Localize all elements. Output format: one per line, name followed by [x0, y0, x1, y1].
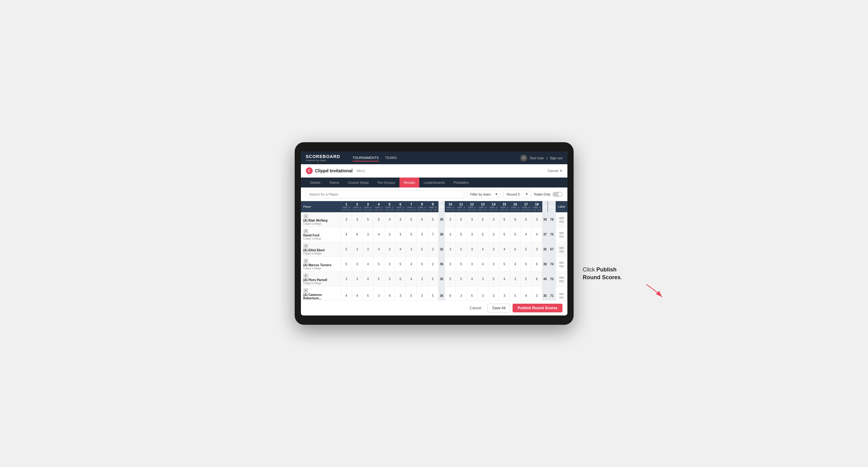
hole-12-score[interactable]: 3 — [466, 227, 477, 242]
hole-10-score[interactable]: 5 — [445, 272, 456, 287]
hole-6-score[interactable]: 3 — [395, 227, 406, 242]
hole-13-score[interactable]: 5 — [477, 227, 488, 242]
hole-13-score[interactable]: 4 — [477, 242, 488, 257]
hole-16-score[interactable]: 3 — [510, 272, 521, 287]
hole-5-score[interactable]: 3 — [384, 272, 395, 287]
nav-link-tournaments[interactable]: TOURNAMENTS — [353, 155, 379, 161]
hole-10-score[interactable]: 3 — [445, 242, 456, 257]
hole-6-score[interactable]: 3 — [395, 212, 406, 227]
hole-17-score[interactable]: 4 — [521, 287, 531, 301]
nav-signout[interactable]: Sign out — [550, 156, 562, 160]
wd-label[interactable]: WD — [559, 276, 564, 279]
tab-results[interactable]: Results — [399, 178, 420, 187]
tournament-cancel-btn[interactable]: Cancel ✕ — [548, 169, 562, 173]
hole-7-score[interactable]: 3 — [406, 242, 417, 257]
hole-3-score[interactable]: 5 — [363, 287, 373, 301]
hole-14-score[interactable]: 3 — [488, 257, 499, 272]
hole-10-score[interactable]: 3 — [445, 212, 456, 227]
hole-6-score[interactable]: 5 — [395, 272, 406, 287]
hole-15-score[interactable]: 5 — [499, 212, 510, 227]
footer-cancel-button[interactable]: Cancel — [466, 304, 485, 312]
hole-5-score[interactable]: 3 — [384, 242, 395, 257]
hole-18-score[interactable]: 4 — [531, 227, 542, 242]
wd-label[interactable]: WD — [559, 231, 564, 235]
tab-course-setup[interactable]: Course Setup — [344, 178, 373, 187]
hole-16-score[interactable]: 4 — [510, 257, 521, 272]
hole-11-score[interactable]: 5 — [456, 212, 467, 227]
round-dropdown[interactable]: Round 3 ▾ — [503, 190, 531, 198]
hole-5-score[interactable]: 3 — [384, 227, 395, 242]
hole-17-score[interactable]: 5 — [521, 242, 531, 257]
hole-14-score[interactable]: 3 — [488, 287, 499, 301]
hole-9-score[interactable]: 5 — [427, 272, 438, 287]
dq-label[interactable]: DQ — [559, 250, 564, 253]
dq-label[interactable]: DQ — [559, 296, 564, 299]
hole-12-score[interactable]: 5 — [466, 287, 477, 301]
hole-9-score[interactable]: 2 — [427, 242, 438, 257]
hole-7-score[interactable]: 5 — [406, 227, 417, 242]
hole-14-score[interactable]: 5 — [488, 272, 499, 287]
hole-8-score[interactable]: 3 — [416, 227, 427, 242]
wd-label[interactable]: WD — [559, 261, 564, 264]
hole-13-score[interactable]: 5 — [477, 212, 488, 227]
hole-3-score[interactable]: 3 — [363, 242, 373, 257]
wd-label[interactable]: WD — [559, 292, 564, 295]
hole-5-score[interactable]: 3 — [384, 257, 395, 272]
hole-18-score[interactable]: 3 — [531, 242, 542, 257]
tab-leaderboards[interactable]: Leaderboards — [419, 178, 449, 187]
hole-9-score[interactable]: 5 — [427, 212, 438, 227]
hole-3-score[interactable]: 3 — [363, 227, 373, 242]
hole-2-score[interactable]: 3 — [352, 212, 363, 227]
hole-9-score[interactable]: 7 — [427, 227, 438, 242]
hole-18-score[interactable]: 3 — [531, 212, 542, 227]
hole-2-score[interactable]: 3 — [352, 272, 363, 287]
hole-4-score[interactable]: 4 — [373, 227, 384, 242]
hole-17-score[interactable]: 5 — [521, 272, 531, 287]
dq-label[interactable]: DQ — [559, 264, 564, 268]
wd-label[interactable]: WD — [559, 217, 564, 220]
hole-16-score[interactable]: 5 — [510, 287, 521, 301]
hole-2-score[interactable]: 3 — [352, 257, 363, 272]
hole-7-score[interactable]: 5 — [406, 287, 417, 301]
dq-label[interactable]: DQ — [559, 280, 564, 283]
hole-1-score[interactable]: 5 — [341, 242, 352, 257]
hole-13-score[interactable]: 3 — [477, 287, 488, 301]
hole-14-score[interactable]: 3 — [488, 212, 499, 227]
search-input[interactable] — [306, 190, 465, 198]
hole-7-score[interactable]: 4 — [406, 272, 417, 287]
hole-4-score[interactable]: 5 — [373, 212, 384, 227]
hole-8-score[interactable]: 5 — [416, 257, 427, 272]
hole-18-score[interactable]: 6 — [531, 257, 542, 272]
hole-15-score[interactable]: 3 — [499, 287, 510, 301]
hole-14-score[interactable]: 3 — [488, 227, 499, 242]
hole-17-score[interactable]: 5 — [521, 212, 531, 227]
hole-5-score[interactable]: 4 — [384, 212, 395, 227]
hole-4-score[interactable]: 4 — [373, 242, 384, 257]
hole-5-score[interactable]: 4 — [384, 287, 395, 301]
hole-4-score[interactable]: 5 — [373, 257, 384, 272]
hole-4-score[interactable]: 5 — [373, 272, 384, 287]
hole-3-score[interactable]: 5 — [363, 212, 373, 227]
hole-1-score[interactable]: 5 — [341, 257, 352, 272]
hole-8-score[interactable]: 3 — [416, 287, 427, 301]
hole-11-score[interactable]: 5 — [456, 257, 467, 272]
hole-10-score[interactable]: 6 — [445, 287, 456, 301]
hole-1-score[interactable]: 4 — [341, 227, 352, 242]
hole-2-score[interactable]: 3 — [352, 242, 363, 257]
hole-17-score[interactable]: 5 — [521, 257, 531, 272]
hole-6-score[interactable]: 3 — [395, 287, 406, 301]
hole-13-score[interactable]: 3 — [477, 272, 488, 287]
wd-label[interactable]: WD — [559, 246, 564, 249]
dq-label[interactable]: DQ — [559, 220, 564, 223]
hole-10-score[interactable]: 3 — [445, 227, 456, 242]
hole-11-score[interactable]: 3 — [456, 287, 467, 301]
hole-11-score[interactable]: 5 — [456, 227, 467, 242]
publish-round-scores-button[interactable]: Publish Round Scores — [513, 304, 562, 312]
hole-9-score[interactable]: 5 — [427, 287, 438, 301]
hole-16-score[interactable]: 5 — [510, 227, 521, 242]
tab-printables[interactable]: Printables — [449, 178, 473, 187]
hole-9-score[interactable]: 2 — [427, 257, 438, 272]
hole-6-score[interactable]: 5 — [395, 257, 406, 272]
hole-16-score[interactable]: 6 — [510, 212, 521, 227]
hole-7-score[interactable]: 5 — [406, 212, 417, 227]
